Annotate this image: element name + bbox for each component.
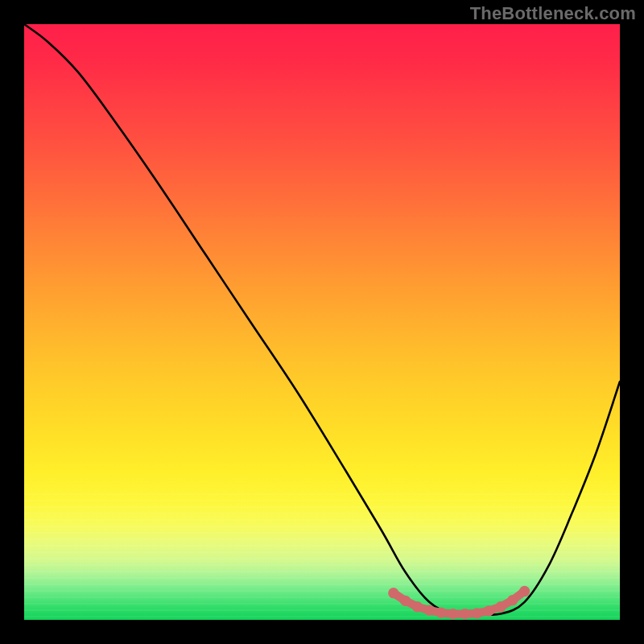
- optimal-marker: [436, 607, 446, 617]
- optimal-marker: [507, 595, 518, 605]
- optimal-marker: [472, 608, 482, 618]
- optimal-marker: [448, 609, 458, 619]
- optimal-marker: [484, 605, 494, 616]
- optimal-marker: [460, 609, 470, 619]
- plot-area: [24, 24, 620, 620]
- optimal-marker: [388, 588, 398, 598]
- watermark-text: TheBottleneck.com: [470, 3, 636, 24]
- optimal-region-markers: [388, 586, 530, 619]
- optimal-marker: [519, 586, 530, 597]
- optimal-marker: [400, 596, 411, 606]
- chart-frame: TheBottleneck.com: [0, 0, 644, 644]
- optimal-marker: [495, 601, 506, 612]
- optimal-marker-line: [394, 591, 525, 613]
- optimal-marker: [412, 601, 423, 612]
- optimal-marker: [424, 605, 435, 616]
- bottleneck-curve-line: [24, 24, 620, 615]
- chart-overlay: [24, 24, 620, 620]
